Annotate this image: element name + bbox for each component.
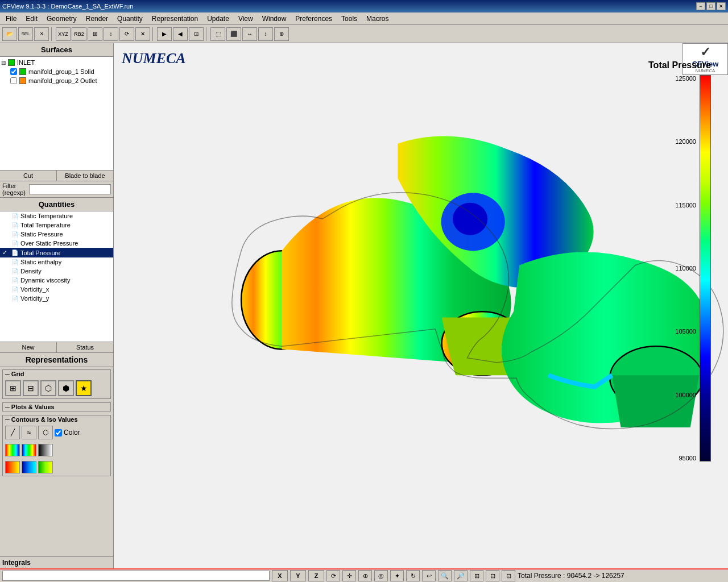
toolbar-close[interactable]: ✕ bbox=[34, 27, 49, 41]
3d-visualization bbox=[114, 43, 728, 568]
colormap-4[interactable] bbox=[5, 461, 20, 473]
qty-over-static-pressure[interactable]: 📄 Over Static Pressure bbox=[0, 239, 113, 248]
z-coord-btn[interactable]: Z bbox=[308, 570, 324, 581]
qty-total-temperature[interactable]: 📄 Total Temperature bbox=[0, 221, 113, 230]
contour-btn-wave[interactable]: ≈ bbox=[22, 426, 36, 439]
menu-geometry[interactable]: Geometry bbox=[42, 14, 81, 24]
filter-label: Filter (regexp) bbox=[2, 182, 27, 196]
pan-btn[interactable]: ✦ bbox=[390, 570, 404, 581]
toolbar-btn9[interactable]: ⊡ bbox=[189, 27, 204, 41]
rotate-btn[interactable]: ⟳ bbox=[326, 570, 340, 581]
qty-total-pressure[interactable]: ✓ 📄 Total Pressure bbox=[0, 248, 113, 257]
select-btn[interactable]: ◎ bbox=[374, 570, 388, 581]
toolbar-btn14[interactable]: ⊕ bbox=[274, 27, 289, 41]
grid-btn-4[interactable]: ⬢ bbox=[58, 380, 74, 396]
left-panel: Surfaces ⊟ INLET manifold_group_1 Solid … bbox=[0, 43, 114, 568]
fit-btn[interactable]: ⊞ bbox=[470, 570, 483, 581]
statusbar-input[interactable] bbox=[2, 571, 270, 581]
toolbar-btn12[interactable]: ↔ bbox=[242, 27, 257, 41]
qty-vorticity-y[interactable]: 📄 Vorticity_y bbox=[0, 294, 113, 303]
move-btn[interactable]: ✛ bbox=[342, 570, 356, 581]
qty-dynamic-viscosity[interactable]: 📄 Dynamic viscosity bbox=[0, 276, 113, 285]
colormap-6[interactable] bbox=[38, 461, 53, 473]
colormap-2[interactable] bbox=[22, 444, 36, 456]
toolbar-btn7[interactable]: ▶ bbox=[157, 27, 172, 41]
toolbar-btn11[interactable]: ⬛ bbox=[226, 27, 241, 41]
new-status-bar: New Status bbox=[0, 342, 113, 353]
colorscale-bar bbox=[700, 75, 711, 462]
toolbar-btn8[interactable]: ◀ bbox=[173, 27, 188, 41]
filter-row: Filter (regexp) bbox=[0, 181, 113, 198]
toolbar-xyz[interactable]: XYZ bbox=[56, 27, 71, 41]
zoom-out-btn[interactable]: 🔎 bbox=[454, 570, 468, 581]
close-button[interactable]: ✕ bbox=[717, 2, 726, 10]
contours-title: ─ Contours & Iso Values bbox=[3, 415, 110, 423]
toolbar-btn10[interactable]: ⬚ bbox=[210, 27, 225, 41]
colorscale-title: Total Pressure bbox=[648, 60, 711, 70]
qty-static-enthalpy[interactable]: 📄 Static enthalpy bbox=[0, 257, 113, 267]
spin-btn[interactable]: ↻ bbox=[406, 570, 420, 581]
menu-quantity[interactable]: Quantity bbox=[113, 14, 147, 24]
manifold1-checkbox[interactable] bbox=[10, 68, 17, 75]
grid-view-btn[interactable]: ⊡ bbox=[502, 570, 515, 581]
grid-btn-2[interactable]: ⊟ bbox=[23, 380, 39, 396]
undo-btn[interactable]: ↩ bbox=[422, 570, 436, 581]
menu-edit[interactable]: Edit bbox=[21, 14, 42, 24]
menu-macros[interactable]: Macros bbox=[362, 14, 393, 24]
grid-btn-3[interactable]: ⬡ bbox=[40, 380, 56, 396]
toolbar-open[interactable]: 📂 bbox=[2, 27, 17, 41]
grid-btn-5[interactable]: ★ bbox=[76, 380, 92, 396]
qty-density[interactable]: 📄 Density bbox=[0, 267, 113, 276]
toolbar-btn13[interactable]: ↕ bbox=[258, 27, 273, 41]
menu-representation[interactable]: Representation bbox=[147, 14, 202, 24]
surface-item-manifold1[interactable]: manifold_group_1 Solid bbox=[1, 67, 112, 76]
expand-icon[interactable]: ⊟ bbox=[1, 60, 6, 66]
colormap-5[interactable] bbox=[22, 461, 36, 473]
toolbar-btn4[interactable]: ↕ bbox=[104, 27, 118, 41]
toolbar-btn6[interactable]: ✕ bbox=[135, 27, 150, 41]
filter-input[interactable] bbox=[29, 184, 111, 194]
representations-header: Representations bbox=[0, 353, 113, 367]
color-label: Color bbox=[64, 429, 80, 436]
plots-group: ─ Plots & Values bbox=[2, 402, 111, 411]
maximize-button[interactable]: □ bbox=[706, 2, 715, 10]
status-text: Total Pressure : 90454.2 -> 126257 bbox=[518, 572, 726, 580]
colormap-1[interactable] bbox=[5, 444, 20, 456]
surface-item-manifold2[interactable]: manifold_group_2 Outlet bbox=[1, 76, 112, 85]
contour-btn-line[interactable]: ╱ bbox=[5, 426, 20, 439]
menu-file[interactable]: File bbox=[1, 14, 21, 24]
qty-static-pressure[interactable]: 📄 Static Pressure bbox=[0, 230, 113, 239]
toolbar-btn5[interactable]: ⟳ bbox=[119, 27, 134, 41]
colormap-row-1 bbox=[3, 442, 110, 459]
qty-static-temperature[interactable]: 📄 Static Temperature bbox=[0, 211, 113, 221]
x-coord-btn[interactable]: X bbox=[272, 570, 288, 581]
cut-button[interactable]: Cut bbox=[0, 171, 57, 181]
zoom-in-btn[interactable]: 🔍 bbox=[438, 570, 452, 581]
contour-btn-hex[interactable]: ⬡ bbox=[38, 426, 53, 439]
contours-group: ─ Contours & Iso Values ╱ ≈ ⬡ Color bbox=[2, 415, 111, 476]
menu-view[interactable]: View bbox=[234, 14, 258, 24]
y-coord-btn[interactable]: Y bbox=[290, 570, 306, 581]
zoom-btn[interactable]: ⊕ bbox=[358, 570, 372, 581]
menu-tools[interactable]: Tools bbox=[337, 14, 362, 24]
qty-vorticity-x[interactable]: 📄 Vorticity_x bbox=[0, 285, 113, 294]
colormap-3[interactable] bbox=[38, 444, 53, 456]
manifold2-checkbox[interactable] bbox=[10, 77, 17, 84]
menu-preferences[interactable]: Preferences bbox=[291, 14, 337, 24]
integrals-title: Integrals bbox=[2, 559, 31, 567]
blade-to-blade-button[interactable]: Blade to blade bbox=[57, 171, 113, 181]
minimize-button[interactable]: − bbox=[696, 2, 705, 10]
menu-window[interactable]: Window bbox=[258, 14, 291, 24]
status-button[interactable]: Status bbox=[57, 342, 113, 352]
toolbar-rb2[interactable]: RB2 bbox=[72, 27, 86, 41]
toolbar-select[interactable]: SEL bbox=[18, 27, 33, 41]
toolbar-btn3[interactable]: ⊞ bbox=[88, 27, 102, 41]
snap-btn[interactable]: ⊟ bbox=[486, 570, 499, 581]
menu-update[interactable]: Update bbox=[202, 14, 234, 24]
surface-group-inlet[interactable]: ⊟ INLET bbox=[1, 58, 112, 67]
grid-btn-1[interactable]: ⊞ bbox=[5, 380, 21, 396]
viewport[interactable]: ✓ CFView NUMECA NUMECA bbox=[114, 43, 728, 568]
menu-render[interactable]: Render bbox=[81, 14, 113, 24]
color-checkbox[interactable] bbox=[55, 429, 62, 436]
new-button[interactable]: New bbox=[0, 342, 57, 352]
